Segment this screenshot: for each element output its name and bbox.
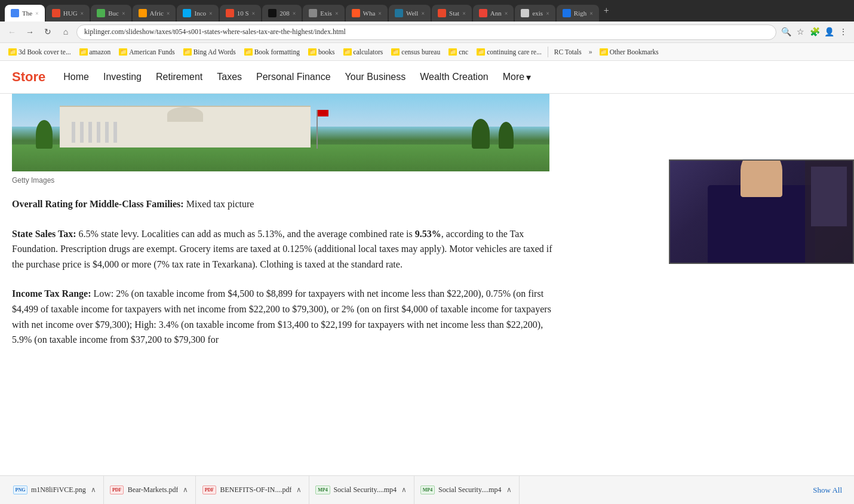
tab-11[interactable]: Stat × <box>432 5 472 21</box>
tab-close-14[interactable]: × <box>589 10 593 17</box>
show-all-button[interactable]: Show All <box>808 483 847 497</box>
nav-wealth-creation[interactable]: Wealth Creation <box>420 72 488 82</box>
tab-close-13[interactable]: × <box>546 10 549 17</box>
file-icon-mp4-4: MP4 <box>317 483 328 497</box>
bookmark-book-formatting[interactable]: 📁 Book formatting <box>241 47 303 57</box>
nav-retirement[interactable]: Retirement <box>156 72 202 82</box>
bookmark-amazon[interactable]: 📁 amazon <box>76 47 115 57</box>
bookmark-other[interactable]: 📁 Other Bookmarks <box>596 47 662 57</box>
bookmark-label: census bureau <box>401 48 440 56</box>
nav-taxes[interactable]: Taxes <box>217 72 242 82</box>
tab-favicon-13 <box>521 9 529 17</box>
menu-icon[interactable]: ⋮ <box>837 26 849 38</box>
bookmark-rc-totals[interactable]: RC Totals <box>551 47 585 57</box>
bookmark-cnc[interactable]: 📁 cnc <box>445 47 472 57</box>
download-chevron-4[interactable]: ∧ <box>401 485 407 494</box>
tab-close-9[interactable]: × <box>378 10 382 17</box>
home-button[interactable]: ⌂ <box>59 25 73 39</box>
extension-icon[interactable]: 🧩 <box>809 26 821 38</box>
bookmark-label: RC Totals <box>554 48 582 56</box>
download-item-5[interactable]: MP4 Social Security....mp4 ∧ <box>414 476 520 504</box>
bookmark-bing-ad-words[interactable]: 📁 Bing Ad Words <box>180 47 239 57</box>
column <box>80 122 84 143</box>
tab-close-icon[interactable]: × <box>35 10 39 17</box>
nav-personal-finance[interactable]: Personal Finance <box>256 72 331 82</box>
bookmarks-more[interactable]: » <box>586 46 595 57</box>
bookmark-3d-book[interactable]: 📁 3d Book cover te... <box>5 47 75 57</box>
person-head <box>741 161 782 197</box>
folder-icon: 📁 <box>8 48 17 56</box>
nav-your-business[interactable]: Your Business <box>345 72 406 82</box>
site-logo[interactable]: Store <box>12 69 45 85</box>
article-content: Overall Rating for Middle-Class Families… <box>12 196 561 348</box>
tab-close-8[interactable]: × <box>335 10 339 17</box>
tab-close-12[interactable]: × <box>505 10 508 17</box>
tab-close-7[interactable]: × <box>293 10 296 17</box>
tab-14[interactable]: Righ × <box>557 5 599 21</box>
nav-home[interactable]: Home <box>63 72 89 82</box>
state-sales-tax-para: State Sales Tax: 6.5% state levy. Locali… <box>12 226 561 272</box>
download-item-3[interactable]: PDF BENEFITS-OF-IN....pdf ∧ <box>196 476 309 504</box>
tab-close-3[interactable]: × <box>122 10 125 17</box>
tab-7[interactable]: 208 × <box>262 5 302 21</box>
download-chevron-1[interactable]: ∧ <box>91 485 96 494</box>
search-icon[interactable]: 🔍 <box>780 26 792 38</box>
chevron-down-icon: ▾ <box>526 72 531 83</box>
tab-favicon-14 <box>563 9 571 17</box>
tab-close-4[interactable]: × <box>167 10 170 17</box>
download-item-4[interactable]: MP4 Social Security....mp4 ∧ <box>309 476 414 504</box>
column <box>113 122 117 143</box>
tab-13[interactable]: exis × <box>515 5 555 21</box>
tab-close-6[interactable]: × <box>252 10 256 17</box>
tab-title-2: HUG <box>63 10 78 17</box>
tab-10[interactable]: Well × <box>389 5 431 21</box>
tab-12[interactable]: Ann × <box>473 5 514 21</box>
flag <box>318 110 328 116</box>
tab-2[interactable]: HUG × <box>46 5 90 21</box>
new-tab-button[interactable]: + <box>600 5 613 16</box>
download-item-1[interactable]: PNG m1N8liFiVCE.png ∧ <box>7 476 104 504</box>
tab-close-11[interactable]: × <box>462 10 466 17</box>
tab-close-2[interactable]: × <box>81 10 84 17</box>
bookmark-calculators[interactable]: 📁 calculators <box>340 47 387 57</box>
tab-4[interactable]: Afric × <box>133 5 176 21</box>
bookmark-census[interactable]: 📁 census bureau <box>388 47 444 57</box>
download-name-1: m1N8liFiVCE.png <box>31 485 86 494</box>
bookmark-label: Bing Ad Words <box>193 48 236 56</box>
address-bar: ← → ↻ ⌂ kiplinger.com/slideshow/taxes/t0… <box>0 21 854 43</box>
address-input[interactable]: kiplinger.com/slideshow/taxes/t054-s001-… <box>76 24 776 40</box>
bookmark-books[interactable]: 📁 books <box>305 47 338 57</box>
tab-close-10[interactable]: × <box>421 10 425 17</box>
forward-button[interactable]: → <box>23 25 37 39</box>
download-item-2[interactable]: PDF Bear-Markets.pdf ∧ <box>104 476 196 504</box>
download-name-5: Social Security....mp4 <box>438 485 502 494</box>
overall-rating-section: Overall Rating for Middle-Class Families… <box>12 196 561 212</box>
tab-5[interactable]: Inco × <box>177 5 218 21</box>
income-tax-para: Income Tax Range: Low: 2% (on taxable in… <box>12 286 561 347</box>
bookmarks-bar: 📁 3d Book cover te... 📁 amazon 📁 America… <box>0 43 854 61</box>
tab-favicon-11 <box>438 9 446 17</box>
star-icon[interactable]: ☆ <box>794 26 806 38</box>
nav-investing[interactable]: Investing <box>103 72 142 82</box>
tab-favicon-7 <box>268 9 277 17</box>
bookmark-continuing-care[interactable]: 📁 continuing care re... <box>473 47 545 57</box>
overall-rating-para: Overall Rating for Middle-Class Families… <box>12 196 561 212</box>
tab-9[interactable]: Wha × <box>346 5 388 21</box>
shelf-items <box>811 167 847 226</box>
tab-3[interactable]: Buc × <box>91 5 131 21</box>
reload-button[interactable]: ↻ <box>41 25 55 39</box>
nav-more[interactable]: More ▾ <box>503 72 531 83</box>
bookmark-label: continuing care re... <box>487 48 542 56</box>
account-icon[interactable]: 👤 <box>823 26 835 38</box>
bookmark-american-funds[interactable]: 📁 American Funds <box>115 47 178 57</box>
download-chevron-5[interactable]: ∧ <box>506 485 512 494</box>
video-inner <box>670 161 853 263</box>
tab-active[interactable]: The × <box>5 5 45 21</box>
tab-6[interactable]: 10 S × <box>220 5 262 21</box>
back-button[interactable]: ← <box>5 25 19 39</box>
bookmark-label: calculators <box>354 48 383 56</box>
download-chevron-2[interactable]: ∧ <box>183 485 188 494</box>
tab-8[interactable]: Exis × <box>303 5 344 21</box>
tab-close-5[interactable]: × <box>209 10 213 17</box>
download-chevron-3[interactable]: ∧ <box>296 485 302 494</box>
